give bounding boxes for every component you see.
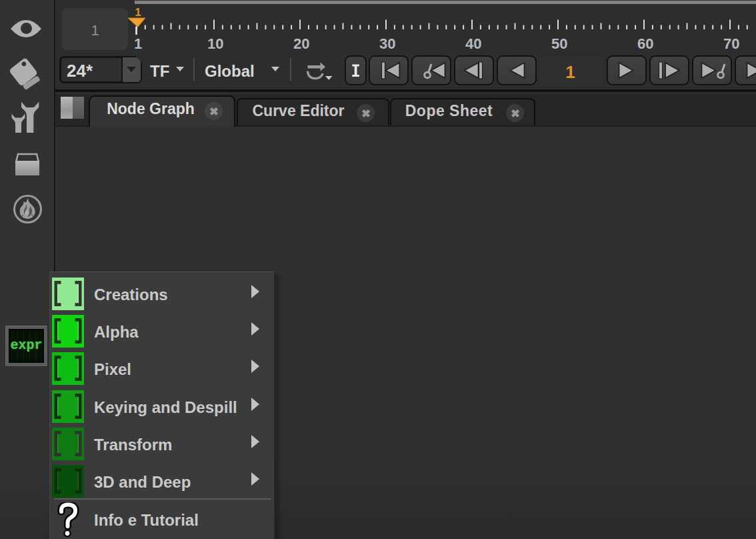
svg-text:50: 50 <box>551 35 567 52</box>
svg-text:20: 20 <box>293 35 309 52</box>
svg-text:10: 10 <box>207 35 223 52</box>
svg-text:1: 1 <box>134 35 142 52</box>
svg-text:70: 70 <box>723 35 739 52</box>
svg-text:60: 60 <box>637 35 653 52</box>
svg-text:30: 30 <box>379 35 395 52</box>
svg-text:40: 40 <box>465 35 481 52</box>
